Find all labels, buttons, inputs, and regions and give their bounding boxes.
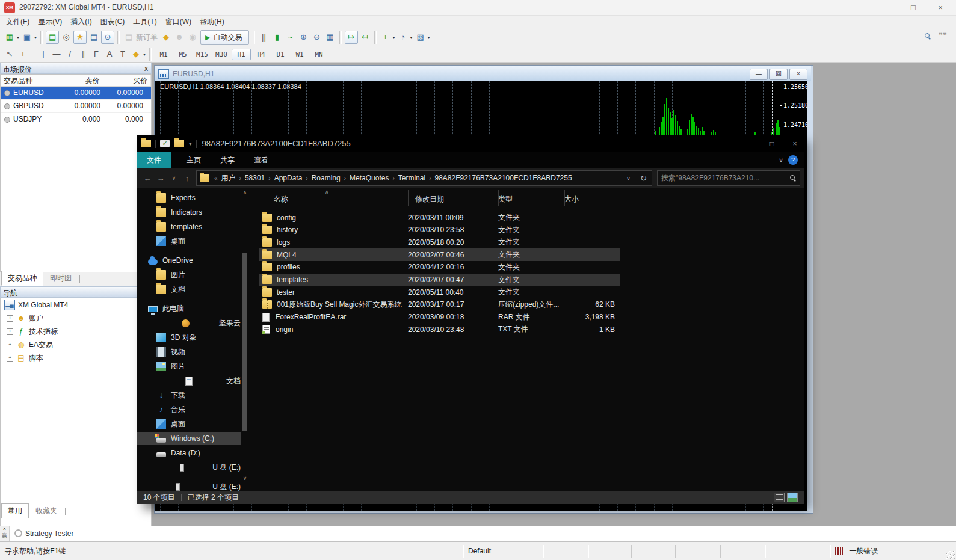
minimize-button[interactable]: — <box>877 2 895 13</box>
column-divider[interactable] <box>564 190 565 206</box>
fibonacci-icon[interactable]: F <box>90 48 102 60</box>
chat-icon[interactable]: ❞❞ <box>939 31 947 40</box>
timeframe-m15[interactable]: M15 <box>193 49 211 60</box>
column-divider[interactable] <box>620 190 620 206</box>
candlesticks-icon[interactable]: ▮ <box>271 31 283 43</box>
sidebar-item-6[interactable]: 文档 <box>137 283 241 296</box>
breadcrumb-1[interactable]: 58301 <box>244 174 266 182</box>
nav-root[interactable]: ▂▄XM Global MT4 <box>1 298 151 312</box>
cursor-icon[interactable]: ↖ <box>4 48 16 60</box>
file-row-7[interactable]: 001原始版Buy Sell Magic外汇交易系统2020/03/17 00:… <box>259 298 620 311</box>
status-profile[interactable]: Default <box>463 545 543 558</box>
thumbnails-view-button[interactable] <box>787 493 798 502</box>
timeframe-w1[interactable]: W1 <box>291 49 309 60</box>
equidistant-channel-icon[interactable]: ∥ <box>77 48 89 60</box>
data-window-icon[interactable]: ◎ <box>60 31 72 43</box>
timeframe-h1[interactable]: H1 <box>232 49 251 60</box>
nav-tab-收藏夹[interactable]: 收藏夹 <box>29 503 64 518</box>
shapes-dropdown-caret[interactable]: ▾ <box>143 52 146 57</box>
nav-item-0[interactable]: +☻账户 <box>1 312 151 325</box>
explorer-minimize-button[interactable]: — <box>740 140 758 148</box>
column-sort-icon[interactable]: ∧ <box>325 189 329 195</box>
recent-locations-icon[interactable]: ∨ <box>167 175 180 181</box>
tester-close-icon[interactable]: × <box>0 526 9 532</box>
timeframe-mn[interactable]: MN <box>310 49 328 60</box>
market-watch-close-icon[interactable]: x <box>144 64 148 73</box>
breadcrumb-5[interactable]: Terminal <box>397 174 427 182</box>
menu-item-2[interactable]: 插入(I) <box>70 15 100 29</box>
chart-close-button[interactable]: × <box>789 69 807 80</box>
new-chart-icon[interactable]: ▦ <box>4 31 16 43</box>
tester-side-tab[interactable]: 赢 <box>0 532 9 540</box>
ribbon-tab-共享[interactable]: 共享 <box>211 152 244 168</box>
forward-icon[interactable]: → <box>154 174 167 183</box>
mw-column-1[interactable]: 卖价 <box>63 75 103 86</box>
mw-tab-即时图[interactable]: 即时图 <box>43 271 78 286</box>
sidebar-item-10[interactable]: 视频 <box>137 345 241 358</box>
file-row-2[interactable]: logs2020/05/18 00:20文件夹 <box>259 236 620 248</box>
checked-folder-icon[interactable]: ✓ <box>160 140 170 147</box>
sidebar-item-3[interactable]: 桌面 <box>137 235 241 248</box>
column-header-2[interactable]: 类型 <box>498 194 513 205</box>
scrollbar-down-icon[interactable]: ∨ <box>241 475 248 481</box>
market-row-GBPUSD[interactable]: GBPUSD0.000000.00000 <box>1 100 151 113</box>
file-row-3[interactable]: MQL42020/02/07 00:46文件夹 <box>259 248 620 261</box>
breadcrumb-2[interactable]: AppData <box>273 174 304 182</box>
periods-dropdown-caret[interactable]: ▾ <box>410 35 413 40</box>
refresh-icon[interactable]: ↻ <box>635 174 652 183</box>
line-chart-icon[interactable]: ~ <box>285 31 297 43</box>
chart-caption[interactable]: EURUSD,H1 — 回 × <box>155 66 811 81</box>
zoom-in-icon[interactable]: ⊕ <box>298 31 310 43</box>
up-icon[interactable]: ↑ <box>180 174 194 183</box>
chart-restore-button[interactable]: 回 <box>769 69 788 80</box>
zoom-out-icon[interactable]: ⊖ <box>311 31 323 43</box>
market-watch-icon[interactable]: ▤ <box>46 31 59 44</box>
file-row-1[interactable]: history2020/03/10 23:58文件夹 <box>259 224 620 236</box>
sidebar-item-16[interactable]: Windows (C:) <box>137 432 241 445</box>
sidebar-item-11[interactable]: 图片 <box>137 360 241 373</box>
breadcrumb-4[interactable]: MetaQuotes <box>348 174 390 182</box>
sidebar-scrollbar-thumb[interactable] <box>242 253 247 431</box>
vertical-line-icon[interactable]: | <box>37 48 49 60</box>
sidebar-item-14[interactable]: ♪音乐 <box>137 403 241 416</box>
new-order-icon[interactable]: ▤ <box>123 31 135 43</box>
ribbon-collapse-icon[interactable]: ∨ <box>779 156 783 164</box>
menu-item-4[interactable]: 工具(T) <box>133 15 165 29</box>
menu-item-6[interactable]: 帮助(H) <box>200 15 233 29</box>
sidebar-item-0[interactable]: Experts <box>137 191 241 205</box>
file-row-9[interactable]: origin2020/03/10 23:48TXT 文件1 KB <box>259 323 620 336</box>
market-row-USDJPY[interactable]: USDJPY0.0000.000 <box>1 113 151 126</box>
chart-shift-icon[interactable]: ↤ <box>359 31 371 43</box>
menu-item-5[interactable]: 窗口(W) <box>165 15 200 29</box>
nav-item-1[interactable]: +ƒ技术指标 <box>1 325 151 338</box>
file-row-0[interactable]: config2020/03/11 00:09文件夹 <box>259 211 620 224</box>
address-dropdown-icon[interactable]: ∨ <box>621 175 635 182</box>
explorer-maximize-button[interactable]: □ <box>763 140 781 148</box>
column-divider[interactable] <box>408 190 409 206</box>
chart-profiles-dropdown-caret[interactable]: ▾ <box>34 35 37 40</box>
timeframe-d1[interactable]: D1 <box>271 49 289 60</box>
menu-item-0[interactable]: 文件(F) <box>6 15 38 29</box>
expand-icon[interactable]: + <box>7 328 13 335</box>
folder-icon[interactable] <box>174 140 184 147</box>
close-button[interactable]: × <box>931 2 949 13</box>
address-box[interactable]: « 用户›58301›AppData›Roaming›MetaQuotes›Te… <box>196 170 652 186</box>
expand-icon[interactable]: + <box>7 342 13 348</box>
nav-item-3[interactable]: +▤脚本 <box>1 351 151 365</box>
sidebar-item-12[interactable]: 文档 <box>137 374 241 387</box>
file-row-5[interactable]: templates2020/02/07 00:47文件夹 <box>259 274 620 286</box>
column-header-3[interactable]: 大小 <box>564 194 579 205</box>
column-header-1[interactable]: 修改日期 <box>415 194 444 205</box>
timeframe-m5[interactable]: M5 <box>174 49 192 60</box>
nav-item-2[interactable]: +◍EA交易 <box>1 338 151 351</box>
market-row-EURUSD[interactable]: EURUSD0.000000.00000 <box>1 87 151 100</box>
column-header-0[interactable]: 名称 <box>274 194 288 205</box>
community-icon[interactable]: ☻ <box>173 31 185 43</box>
templates-icon[interactable]: ▧ <box>415 31 427 43</box>
sidebar-item-2[interactable]: templates <box>137 220 241 233</box>
explorer-close-button[interactable]: × <box>786 140 804 148</box>
nav-tab-常用[interactable]: 常用 <box>1 503 29 518</box>
sidebar-item-9[interactable]: 3D 对象 <box>137 331 241 344</box>
ribbon-tab-文件[interactable]: 文件 <box>137 152 171 168</box>
chart-profiles-icon[interactable]: ▣ <box>21 31 33 43</box>
